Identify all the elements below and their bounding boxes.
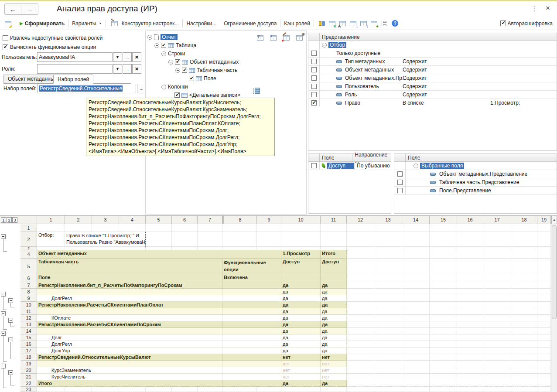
cell[interactable]	[321, 274, 347, 282]
cell-label[interactable]	[37, 361, 222, 367]
cell[interactable]	[281, 387, 321, 392]
cell[interactable]	[457, 259, 483, 274]
cell[interactable]	[430, 295, 457, 302]
cell[interactable]	[281, 232, 321, 247]
cell-view-access[interactable]: да	[281, 308, 321, 315]
cell[interactable]	[402, 341, 430, 348]
row-number[interactable]: 8	[21, 289, 37, 295]
cell[interactable]	[402, 334, 430, 341]
row-number[interactable]: 11	[21, 308, 37, 315]
cell[interactable]	[347, 380, 374, 387]
cell[interactable]	[537, 232, 551, 247]
cell[interactable]	[402, 250, 430, 259]
cell[interactable]	[483, 380, 511, 387]
collapse-icon[interactable]	[413, 164, 418, 168]
cell[interactable]	[483, 282, 511, 289]
cell-functional-option[interactable]	[222, 295, 281, 302]
column-header-2[interactable]: 2	[65, 216, 92, 224]
cell[interactable]	[430, 274, 457, 282]
filter-row-4[interactable]: ПользовательСодержит	[308, 82, 557, 91]
roles-list-button[interactable]: ...	[123, 64, 132, 74]
cell[interactable]	[537, 274, 551, 282]
cell-view-access[interactable]: да	[281, 328, 321, 334]
cell[interactable]	[483, 308, 511, 315]
cell[interactable]	[457, 232, 483, 247]
filter-row-checkbox[interactable]	[311, 84, 317, 89]
cell[interactable]	[402, 328, 430, 334]
cell[interactable]	[374, 247, 402, 250]
tree-item-table[interactable]: Таблица	[154, 42, 196, 49]
row-number[interactable]: 6	[21, 274, 37, 282]
back-button[interactable]: ←	[5, 4, 21, 14]
cell[interactable]	[537, 308, 551, 315]
user-clear-button[interactable]: ✕	[132, 52, 141, 62]
cell[interactable]	[257, 387, 281, 392]
cell[interactable]	[511, 341, 537, 348]
cell-label[interactable]: Долг	[37, 334, 222, 341]
filter-row-3[interactable]: Объект метаданных.Пр...Содержит	[308, 74, 557, 82]
row-number[interactable]: 9	[21, 295, 37, 302]
cell[interactable]	[347, 259, 374, 274]
cell[interactable]	[37, 247, 65, 250]
selected-fields-root-row[interactable]: Выбранные поля	[394, 162, 557, 170]
cell[interactable]	[430, 315, 457, 321]
filter-row-checkbox[interactable]	[311, 59, 317, 64]
collapse-group-icon[interactable]	[8, 370, 13, 375]
selected-field-checkbox[interactable]	[397, 171, 403, 177]
cell-field-header[interactable]: Поле	[37, 274, 222, 282]
cell-included-header[interactable]: Включена	[222, 274, 281, 282]
selected-field-checkbox[interactable]	[397, 180, 403, 185]
cell[interactable]	[511, 224, 537, 232]
cell-access-header[interactable]: Доступ	[281, 259, 321, 274]
cell[interactable]	[430, 328, 457, 334]
cell[interactable]	[321, 247, 347, 250]
collapse-group-icon[interactable]	[1, 234, 6, 239]
fieldset-input[interactable]: РегистрСведений.Относительные	[38, 84, 136, 93]
cell[interactable]	[172, 247, 198, 250]
field-checkbox[interactable]	[189, 76, 194, 81]
cell-total-access[interactable]: нет	[321, 354, 347, 361]
filter-icon[interactable]	[255, 34, 265, 42]
cell[interactable]	[537, 374, 551, 380]
collapse-group-icon[interactable]	[1, 292, 6, 297]
cell[interactable]	[483, 334, 511, 341]
cell[interactable]	[511, 387, 537, 392]
cell[interactable]	[347, 334, 374, 341]
cell[interactable]	[347, 361, 374, 367]
cell[interactable]	[511, 274, 537, 282]
cell[interactable]	[374, 295, 402, 302]
collapse-icon[interactable]	[168, 60, 173, 65]
row-number[interactable]: 7	[21, 282, 37, 289]
conditional-appearance-icon[interactable]	[281, 34, 291, 42]
cell[interactable]	[483, 295, 511, 302]
selected-field-row-1[interactable]: Табличная часть.Представление	[394, 178, 557, 187]
cell[interactable]	[92, 247, 119, 250]
cell[interactable]	[537, 361, 551, 367]
cell-functional-option[interactable]	[222, 302, 281, 308]
collapse-group-icon[interactable]	[1, 331, 6, 336]
cell[interactable]	[374, 315, 402, 321]
filter-row-1[interactable]: Тип метаданныхСодержит	[308, 58, 557, 66]
cell[interactable]	[511, 380, 537, 387]
group-level-button-1[interactable]: 1	[1, 217, 6, 223]
detail-records-checkbox[interactable]	[174, 92, 180, 98]
column-header-11[interactable]: 11	[321, 216, 347, 224]
row-number[interactable]: 21	[21, 374, 37, 380]
cell[interactable]	[65, 247, 92, 250]
cell[interactable]	[146, 224, 172, 232]
column-header-7[interactable]: 7	[198, 216, 222, 224]
cell[interactable]	[92, 387, 119, 392]
cell[interactable]	[457, 321, 483, 328]
column-header-17[interactable]: 17	[483, 216, 511, 224]
cell[interactable]	[347, 295, 374, 302]
cell-view-access[interactable]: да	[281, 295, 321, 302]
cell-functional-option[interactable]	[222, 321, 281, 328]
row-number[interactable]: 22	[21, 380, 37, 387]
cell-view-access[interactable]: да	[281, 334, 321, 341]
cell-functional-option[interactable]	[222, 367, 281, 374]
cell[interactable]	[537, 302, 551, 308]
cell-label[interactable]: Итого	[37, 380, 222, 387]
row-number[interactable]: 3	[21, 247, 37, 250]
cell[interactable]	[119, 387, 146, 392]
cell[interactable]	[172, 224, 198, 232]
